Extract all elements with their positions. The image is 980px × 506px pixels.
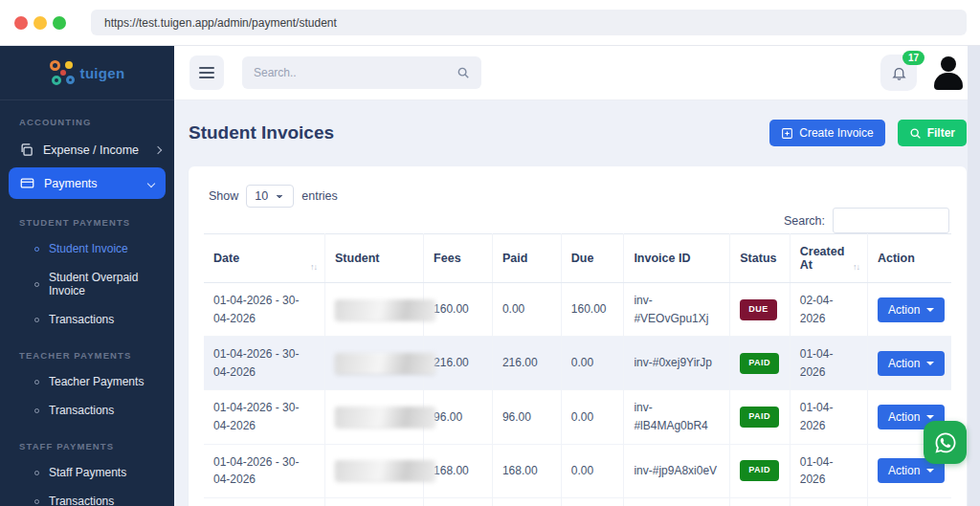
action-label: Action (888, 357, 920, 370)
bullet-icon (34, 408, 39, 413)
student-cell (325, 337, 424, 390)
row-action-button[interactable]: Action (878, 297, 945, 322)
sidebar-item-label: Staff Payments (49, 466, 126, 479)
invoice-id-cell: inv-#jp9A8xi0eV (624, 444, 730, 497)
date-cell: 01-04-2026 - 30-04-2026 (204, 390, 325, 444)
global-search (242, 56, 481, 89)
student-cell (325, 444, 424, 497)
paid-cell: 0.00 (492, 283, 561, 337)
column-header-status: Status (730, 234, 790, 283)
sidebar-item-label: Transactions (49, 404, 114, 417)
sort-icon[interactable]: ↑↓ (853, 262, 859, 272)
status-cell: PAID (730, 390, 790, 444)
section-label-student-payments: STUDENT PAYMENTS (0, 201, 174, 234)
table-search-input[interactable] (833, 208, 949, 233)
caret-down-icon (926, 308, 934, 312)
topbar: 17 (174, 46, 980, 100)
global-search-input[interactable] (254, 66, 457, 79)
table-row: 01-04-2026 - 30-04-2026216.00216.000.00i… (204, 337, 951, 390)
due-cell: 0.00 (561, 337, 624, 390)
status-badge: PAID (740, 407, 779, 428)
invoice-id-cell: inv-#0xej9YirJp (624, 337, 730, 390)
due-cell: 0.00 (561, 444, 624, 497)
window-controls (14, 16, 66, 30)
whatsapp-button[interactable] (924, 421, 967, 464)
status-cell: PAID (730, 444, 790, 497)
show-label: Show (209, 189, 238, 203)
bullet-icon (34, 499, 39, 504)
filter-label: Filter (927, 126, 955, 140)
sidebar-item-label: Student Overpaid Invoice (49, 271, 165, 297)
scrollbar-track[interactable] (968, 46, 980, 506)
logo[interactable]: tuigen (0, 46, 174, 100)
date-cell: 01-04-2026 - 30-04-2026 (204, 283, 325, 337)
sidebar-item-staff-transactions[interactable]: Transactions (0, 487, 174, 506)
tuigen-logo-icon (50, 60, 75, 85)
bullet-icon (34, 282, 39, 287)
user-avatar[interactable] (930, 55, 967, 91)
screen: https://test.tuigen.app/admin/payment/st… (0, 0, 980, 506)
section-label-staff-payments: STAFF PAYMENTS (0, 425, 174, 458)
student-name-redacted (335, 407, 435, 428)
due-cell: 0.00 (561, 497, 624, 506)
main-content: Student Invoices Create Invoice Filter (174, 100, 980, 506)
section-label-accounting: ACCOUNTING (0, 100, 174, 134)
invoice-id-cell: inv-#lB4MAg0bR4 (624, 390, 730, 444)
action-label: Action (888, 464, 920, 477)
caret-down-icon (926, 362, 934, 365)
sidebar-item-label: Teacher Payments (49, 375, 144, 388)
action-cell: Action (867, 337, 951, 390)
sidebar-item-payments[interactable]: Payments (9, 167, 166, 199)
browser-chrome: https://test.tuigen.app/admin/payment/st… (0, 0, 980, 46)
notification-count-badge: 17 (902, 51, 924, 65)
date-cell: 01-04-2026 - 30-04-2026 (204, 337, 325, 390)
page-size-select[interactable]: 10 (246, 185, 294, 208)
student-name-redacted (335, 299, 435, 320)
table-row: 01-04-2026 - 30-04-2026168.00168.000.00i… (204, 444, 951, 497)
close-window-button[interactable] (14, 16, 28, 30)
logo-text: tuigen (80, 65, 125, 81)
search-icon (909, 127, 922, 140)
notifications-button[interactable]: 17 (880, 55, 917, 91)
date-cell: 01-04-2026 - 30-04-2026 (204, 444, 325, 497)
sidebar-item-teacher-payments[interactable]: Teacher Payments (0, 367, 174, 396)
sidebar-item-label: Expense / Income (43, 143, 145, 157)
action-label: Action (888, 410, 920, 424)
create-invoice-button[interactable]: Create Invoice (769, 120, 884, 146)
sidebar-item-teacher-transactions[interactable]: Transactions (0, 396, 174, 425)
hamburger-menu-button[interactable] (189, 55, 224, 90)
sidebar-item-student-transactions[interactable]: Transactions (0, 305, 174, 334)
table-row: 01-04-2026 - 30-04-202680.0080.000.00inv… (204, 497, 951, 506)
status-badge: PAID (740, 460, 779, 481)
sort-icon[interactable]: ↑↓ (310, 262, 317, 272)
invoice-id-cell: inv-#VEOvGpu1Xj (624, 283, 730, 337)
paid-cell: 216.00 (492, 337, 561, 390)
status-cell: PAID (730, 337, 790, 390)
column-header-date[interactable]: Date↑↓ (204, 234, 325, 283)
chevron-right-icon (154, 145, 162, 153)
bullet-icon (34, 471, 39, 475)
maximize-window-button[interactable] (53, 16, 66, 30)
row-action-button[interactable]: Action (878, 351, 945, 376)
column-header-created-at[interactable]: Created At↑↓ (790, 234, 867, 283)
created-at-cell: 01-04-2026 (790, 497, 867, 506)
sidebar-item-student-invoice[interactable]: Student Invoice (0, 234, 174, 263)
bell-icon (891, 65, 907, 81)
sidebar-item-label: Payments (44, 177, 139, 190)
status-badge: PAID (740, 353, 779, 374)
sidebar: tuigen ACCOUNTING Expense / Income Payme… (0, 46, 174, 506)
table-row: 01-04-2026 - 30-04-2026160.000.00160.00i… (204, 283, 951, 337)
sidebar-item-staff-payments[interactable]: Staff Payments (0, 458, 174, 487)
student-name-redacted (335, 460, 435, 481)
filter-button[interactable]: Filter (898, 120, 967, 146)
sidebar-item-student-overpaid-invoice[interactable]: Student Overpaid Invoice (0, 263, 174, 305)
minimize-window-button[interactable] (33, 16, 47, 30)
url-text: https://test.tuigen.app/admin/payment/st… (104, 16, 337, 30)
bullet-icon (34, 247, 39, 252)
section-label-teacher-payments: TEACHER PAYMENTS (0, 334, 174, 367)
address-bar[interactable]: https://test.tuigen.app/admin/payment/st… (91, 10, 967, 35)
caret-down-icon (926, 415, 934, 419)
sidebar-item-expense-income[interactable]: Expense / Income (0, 134, 174, 165)
student-cell (325, 283, 424, 337)
student-cell (325, 390, 424, 444)
